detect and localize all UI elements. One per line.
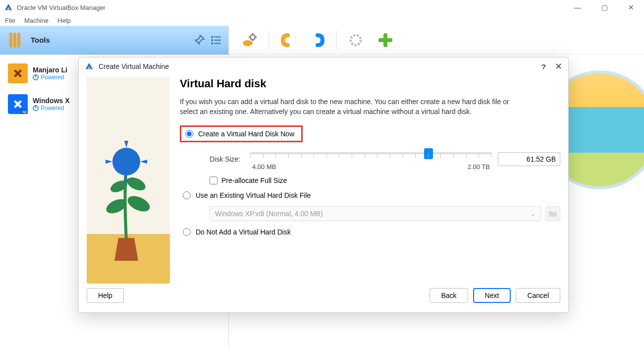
svg-point-20 [125,193,152,215]
preallocate-checkbox-row[interactable]: Pre-allocate Full Size [210,176,560,184]
existing-file-select[interactable]: Windows XP.vdi (Normal, 4.00 MB) ⌄ [210,206,541,221]
vm-name: Manjaro Li [33,66,67,74]
preallocate-checkbox[interactable] [210,176,217,184]
vm-state: Powered [33,74,67,81]
main-titlebar: Oracle VM VirtualBox Manager — ▢ ✕ [0,0,644,15]
svg-point-22 [125,175,148,193]
svg-point-6 [211,42,213,44]
back-button[interactable]: Back [429,288,468,303]
add-icon[interactable] [375,29,396,51]
browse-folder-button[interactable] [545,206,560,221]
tools-bar[interactable]: Tools [0,26,228,55]
svg-rect-7 [215,43,221,44]
minimize-button[interactable]: — [569,0,587,14]
disk-size-label: Disk Size: [210,155,244,163]
slider-max-label: 2.00 TB [468,163,490,171]
dialog-help-icon[interactable]: ? [541,62,546,71]
svg-point-14 [351,35,361,45]
power-icon [33,105,39,111]
menu-machine[interactable]: Machine [24,17,49,24]
next-button[interactable]: Next [473,288,511,303]
dialog-heading: Virtual Hard disk [180,77,560,90]
cancel-button[interactable]: Cancel [516,288,560,303]
chevron-down-icon: ⌄ [530,210,536,218]
main-toolbar [229,26,644,55]
menu-file[interactable]: File [5,17,15,24]
main-window-title: Oracle VM VirtualBox Manager [17,4,106,11]
radio-no-disk[interactable] [183,228,191,236]
properties-icon[interactable] [239,29,261,51]
os-icon-manjaro [8,63,28,83]
dialog-titlebar: Create Virtual Machine ? ✕ [79,58,568,75]
option-use-existing[interactable]: Use an Existing Virtual Hard Disk File [180,189,560,201]
tools-label: Tools [31,36,50,44]
tools-icon [6,31,24,49]
option-use-existing-label: Use an Existing Virtual Hard Disk File [196,191,311,199]
export-icon[interactable] [307,29,328,51]
dialog-close-icon[interactable]: ✕ [555,61,562,72]
maximize-button[interactable]: ▢ [595,0,613,14]
disk-size-input[interactable] [498,152,560,166]
svg-point-12 [243,40,253,46]
svg-point-23 [112,148,140,175]
help-button[interactable]: Help [87,288,124,303]
option-create-now[interactable]: Create a Virtual Hard Disk Now [180,125,303,142]
svg-rect-3 [215,36,221,37]
folder-icon [548,210,557,218]
existing-file-value: Windows XP.vdi (Normal, 4.00 MB) [215,210,323,218]
svg-point-2 [211,36,213,38]
radio-use-existing[interactable] [183,191,191,199]
pin-icon[interactable] [193,34,206,47]
os-icon-windowsxp [8,94,28,114]
preallocate-label: Pre-allocate Full Size [221,176,287,184]
create-vm-dialog: Create Virtual Machine ? ✕ Virtual Hard … [78,57,569,313]
dialog-title: Create Virtual Machine [99,62,169,70]
option-no-disk-label: Do Not Add a Virtual Hard Disk [196,228,291,236]
close-main-button[interactable]: ✕ [622,0,640,14]
power-icon [33,74,39,80]
dialog-description: If you wish you can add a virtual hard d… [180,97,527,117]
slider-min-label: 4.00 MB [252,163,276,171]
settings-gear-icon[interactable] [345,29,367,51]
svg-point-4 [211,39,213,41]
svg-rect-16 [378,38,392,42]
radio-create-now[interactable] [185,130,193,138]
dialog-sidebar-illustration [87,77,170,284]
import-icon[interactable] [277,29,299,51]
vm-name: Windows X [33,97,70,105]
svg-point-13 [250,35,255,40]
virtualbox-logo-icon [85,62,94,71]
menu-help[interactable]: Help [57,17,71,24]
svg-rect-5 [215,39,221,40]
menubar: File Machine Help [0,15,644,26]
disk-size-slider[interactable]: 4.00 MB 2.00 TB [250,147,492,171]
virtualbox-logo-icon [4,3,13,12]
list-icon[interactable] [210,34,222,47]
option-create-now-label: Create a Virtual Hard Disk Now [198,130,294,138]
vm-state: Powered [33,105,70,112]
option-no-disk[interactable]: Do Not Add a Virtual Hard Disk [180,226,560,238]
